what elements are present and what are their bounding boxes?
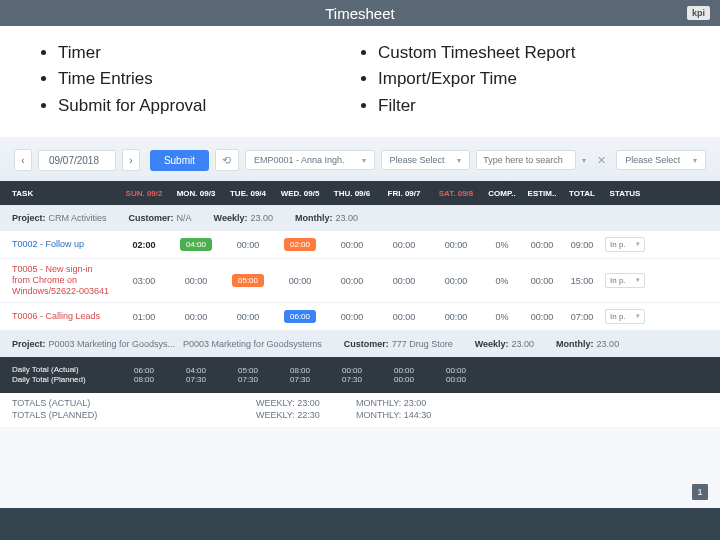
totals-planned-label: TOTALS (PLANNED) xyxy=(12,410,256,422)
daily-total-cell: 05:0007:30 xyxy=(222,366,274,384)
time-cell[interactable]: 05:00 xyxy=(222,274,274,287)
time-cell[interactable]: 02:00 xyxy=(274,238,326,251)
clear-search-button[interactable]: ✕ xyxy=(592,149,610,171)
page-title: Timesheet xyxy=(325,5,394,22)
task-row: T0002 - Follow up02:0004:0000:0002:0000:… xyxy=(0,231,720,259)
daily-total-cell: 06:0008:00 xyxy=(118,366,170,384)
status-cell: In p.▾ xyxy=(602,309,648,324)
time-cell[interactable]: 00:00 xyxy=(326,312,378,322)
time-cell[interactable]: 00:00 xyxy=(378,276,430,286)
task-row: T0006 - Calling Leads01:0000:0000:0006:0… xyxy=(0,303,720,331)
feature-item: Custom Timesheet Report xyxy=(378,40,680,66)
monthly-actual: MONTHLY: 23:00 xyxy=(356,398,456,410)
feature-item: Submit for Approval xyxy=(58,93,360,119)
daily-total-cell: 00:0000:00 xyxy=(430,366,482,384)
header-day: THU. 09/6 xyxy=(326,189,378,198)
daily-total-cell: 00:0007:30 xyxy=(326,366,378,384)
chevron-down-icon: ▾ xyxy=(693,156,697,165)
employee-select[interactable]: EMP0001 - Anna Ingh. ▾ xyxy=(245,150,375,170)
daily-totals-label: Daily Total (Actual) Daily Total (Planne… xyxy=(0,365,118,386)
project-name-full: P0003 Marketing for Goodsystems xyxy=(183,339,322,349)
task-name-link[interactable]: T0006 - Calling Leads xyxy=(0,311,118,322)
feature-col-right: Custom Timesheet Report Import/Expor Tim… xyxy=(360,40,680,119)
time-pill: 06:00 xyxy=(284,310,316,323)
weekly-planned: WEEKLY: 22:30 xyxy=(256,410,356,422)
features-panel: Timer Time Entries Submit for Approval C… xyxy=(0,26,720,137)
feature-col-left: Timer Time Entries Submit for Approval xyxy=(40,40,360,119)
monthly-total: 23.00 xyxy=(335,213,358,223)
task-name-link[interactable]: T0002 - Follow up xyxy=(0,239,118,250)
task-row: T0005 - New sign-in from Chrome on Windo… xyxy=(0,259,720,303)
time-cell[interactable]: 00:00 xyxy=(430,276,482,286)
status-select[interactable]: In p.▾ xyxy=(605,273,645,288)
daily-total-cell: 04:0007:30 xyxy=(170,366,222,384)
next-date-button[interactable]: › xyxy=(122,149,140,171)
status-select[interactable]: In p.▾ xyxy=(605,309,645,324)
prev-date-button[interactable]: ‹ xyxy=(14,149,32,171)
weekly-total: 23.00 xyxy=(250,213,273,223)
time-cell[interactable]: 03:00 xyxy=(118,276,170,286)
footer-totals: TOTALS (ACTUAL) TOTALS (PLANNED) WEEKLY:… xyxy=(0,393,720,427)
employee-select-value: EMP0001 - Anna Ingh. xyxy=(254,155,345,165)
project-row: Project:CRM Activities Customer:N/A Week… xyxy=(0,205,720,231)
date-display[interactable]: 09/07/2018 xyxy=(38,150,116,171)
daily-total-cell: 08:0007:30 xyxy=(274,366,326,384)
time-cell[interactable]: 06:00 xyxy=(274,310,326,323)
stat-total: 15:00 xyxy=(562,276,602,286)
header-day: SUN. 09/2 xyxy=(118,189,170,198)
filter-select-1[interactable]: Please Select ▾ xyxy=(381,150,471,170)
time-cell[interactable]: 00:00 xyxy=(378,312,430,322)
search-input[interactable] xyxy=(476,150,576,170)
totals-actual-label: TOTALS (ACTUAL) xyxy=(12,398,256,410)
refresh-button[interactable]: ⟲ xyxy=(215,149,239,171)
time-cell[interactable]: 01:00 xyxy=(118,312,170,322)
stat-comp: 0% xyxy=(482,276,522,286)
time-cell[interactable]: 00:00 xyxy=(222,240,274,250)
timesheet-grid: TASK SUN. 09/2 MON. 09/3 TUE. 09/4 WED. … xyxy=(0,181,720,427)
daily-total-cell: 00:0000:00 xyxy=(378,366,430,384)
header-day: SAT. 09/8 xyxy=(430,189,482,198)
header-day: WED. 09/5 xyxy=(274,189,326,198)
time-cell[interactable]: 00:00 xyxy=(170,312,222,322)
weekly-actual: WEEKLY: 23:00 xyxy=(256,398,356,410)
stat-total: 07:00 xyxy=(562,312,602,322)
header-estimated: ESTIM.. xyxy=(522,189,562,198)
toolbar: ‹ 09/07/2018 › Submit ⟲ EMP0001 - Anna I… xyxy=(0,137,720,181)
stat-total: 09:00 xyxy=(562,240,602,250)
chevron-down-icon: ▾ xyxy=(362,156,366,165)
header-day-today: FRI. 09/7 xyxy=(378,189,430,198)
customer-name: N/A xyxy=(177,213,192,223)
time-cell[interactable]: 02:00 xyxy=(118,240,170,250)
time-cell[interactable]: 00:00 xyxy=(430,240,482,250)
time-cell[interactable]: 00:00 xyxy=(430,312,482,322)
monthly-total: 23.00 xyxy=(597,339,620,349)
status-select[interactable]: In p.▾ xyxy=(605,237,645,252)
time-cell[interactable]: 00:00 xyxy=(170,276,222,286)
time-cell[interactable]: 00:00 xyxy=(326,276,378,286)
filter-select-2[interactable]: Please Select ▾ xyxy=(616,150,706,170)
project-name: CRM Activities xyxy=(49,213,107,223)
header-bar: Timesheet kpi xyxy=(0,0,720,26)
page-number: 1 xyxy=(692,484,708,500)
stat-comp: 0% xyxy=(482,312,522,322)
time-cell[interactable]: 00:00 xyxy=(326,240,378,250)
time-cell[interactable]: 00:00 xyxy=(222,312,274,322)
bottom-bar xyxy=(0,508,720,540)
time-cell[interactable]: 00:00 xyxy=(378,240,430,250)
chevron-down-icon: ▾ xyxy=(457,156,461,165)
task-name-link[interactable]: T0005 - New sign-in from Chrome on Windo… xyxy=(0,264,118,296)
chevron-down-icon: ▾ xyxy=(582,156,586,165)
grid-header: TASK SUN. 09/2 MON. 09/3 TUE. 09/4 WED. … xyxy=(0,181,720,205)
weekly-total: 23.00 xyxy=(512,339,535,349)
header-day: MON. 09/3 xyxy=(170,189,222,198)
filter-select-2-value: Please Select xyxy=(625,155,680,165)
header-task: TASK xyxy=(0,189,118,198)
time-pill: 04:00 xyxy=(180,238,212,251)
time-pill: 05:00 xyxy=(232,274,264,287)
time-cell[interactable]: 00:00 xyxy=(274,276,326,286)
stat-comp: 0% xyxy=(482,240,522,250)
monthly-planned: MONTHLY: 144:30 xyxy=(356,410,456,422)
logo-badge: kpi xyxy=(687,6,710,20)
submit-button[interactable]: Submit xyxy=(150,150,209,171)
time-cell[interactable]: 04:00 xyxy=(170,238,222,251)
